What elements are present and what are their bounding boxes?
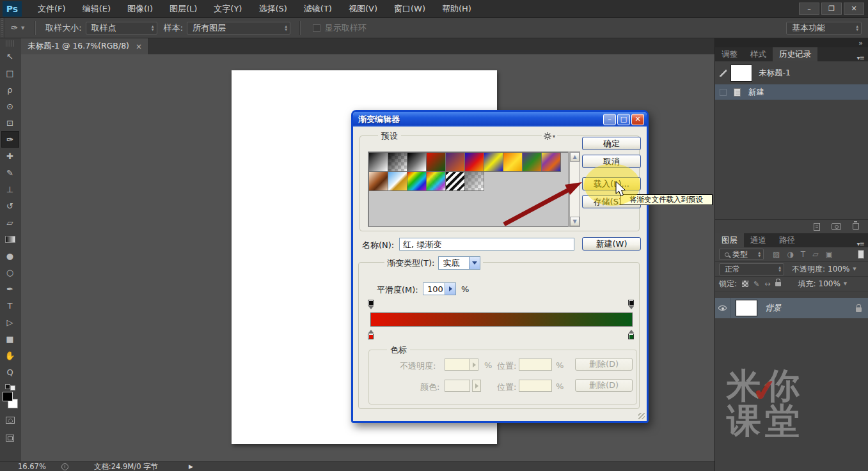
quick-selection-tool[interactable]: ⊙ (1, 98, 19, 114)
blur-tool[interactable]: ● (1, 247, 19, 264)
workspace-switcher[interactable]: 基本功能 (786, 22, 862, 35)
preset-swatch-4[interactable] (426, 152, 446, 172)
scroll-up-icon[interactable]: ▲ (570, 152, 580, 162)
preset-swatch-2[interactable] (388, 152, 407, 172)
history-brush-tool[interactable]: ↺ (1, 197, 19, 214)
eyedropper-tool[interactable]: ✑ (1, 131, 19, 148)
quick-mask-button[interactable] (3, 413, 18, 426)
eraser-tool[interactable]: ▱ (1, 214, 19, 231)
document-tab-close-icon[interactable]: × (136, 42, 142, 51)
fill-dropdown[interactable]: 100% ▼ (816, 278, 850, 290)
preset-swatch-3[interactable] (407, 152, 427, 172)
lasso-tool[interactable]: ρ (1, 81, 19, 98)
dialog-titlebar[interactable]: 渐变编辑器 – □ ✕ (353, 112, 647, 127)
path-selection-tool[interactable]: ▷ (1, 314, 19, 330)
zoom-tool[interactable]: Q (1, 364, 19, 380)
load-button[interactable]: 载入(L)... (582, 177, 641, 190)
preset-swatch-6[interactable] (464, 152, 484, 172)
scroll-down-icon[interactable]: ▼ (570, 217, 580, 226)
new-document-from-state-icon[interactable] (814, 223, 820, 231)
preset-swatch-13[interactable] (407, 171, 427, 191)
tab-history[interactable]: 历史记录 (773, 47, 817, 61)
menu-item[interactable]: 图层(L) (161, 0, 205, 17)
preset-swatch-11[interactable] (368, 171, 388, 191)
lock-position-icon[interactable]: ↔ (764, 280, 770, 288)
lock-image-pixels-icon[interactable]: ✎ (754, 280, 759, 288)
layer-filter-select[interactable]: 类型 (719, 249, 764, 260)
gradient-tool[interactable] (1, 231, 19, 247)
preset-swatch-9[interactable] (522, 152, 542, 172)
tab-layers[interactable]: 图层 (715, 233, 744, 247)
history-snapshot-row[interactable]: 未标题-1 (715, 61, 868, 84)
menu-item[interactable]: 文字(Y) (205, 0, 250, 17)
gradient-preview[interactable] (370, 313, 633, 327)
color-stop-start[interactable] (367, 329, 374, 339)
filter-adjustment-layers-icon[interactable]: ◑ (787, 250, 793, 259)
history-source-checkbox[interactable] (720, 89, 727, 96)
window-close-button[interactable]: ✕ (844, 3, 864, 15)
filter-type-layers-icon[interactable]: T (801, 250, 805, 259)
dialog-resize-grip[interactable] (638, 413, 645, 419)
filter-on-off-toggle[interactable] (858, 250, 864, 259)
blend-mode-select[interactable]: 正常 (719, 263, 784, 275)
lock-all-icon[interactable] (775, 282, 781, 286)
color-stop-end[interactable] (627, 329, 635, 339)
panel-menu-icon[interactable]: ▾≡ (857, 240, 864, 247)
filter-pixel-layers-icon[interactable]: ▨ (773, 250, 780, 259)
snapshot-thumbnail[interactable] (730, 65, 752, 82)
ok-button[interactable]: 确定 (582, 137, 641, 150)
cancel-button[interactable]: 取消 (582, 155, 641, 168)
preset-swatch-14[interactable] (426, 171, 446, 191)
layer-row-background[interactable]: 背景 (715, 298, 868, 318)
hand-tool[interactable]: ✋ (1, 347, 19, 364)
menu-item[interactable]: 文件(F) (29, 0, 74, 17)
menu-item[interactable]: 选择(S) (250, 0, 295, 17)
foreground-background-colors[interactable] (3, 392, 18, 408)
tab-paths[interactable]: 路径 (773, 233, 801, 247)
filter-shape-layers-icon[interactable]: ▱ (812, 250, 818, 259)
opacity-dropdown[interactable]: 100% ▼ (825, 263, 859, 275)
smoothness-spinner[interactable]: 100 (423, 282, 456, 295)
window-restore-button[interactable]: ❐ (821, 3, 842, 15)
new-snapshot-camera-icon[interactable] (832, 223, 841, 230)
gradient-name-input[interactable]: 红, 绿渐变 (399, 238, 574, 251)
dock-collapse-bar[interactable]: » (715, 38, 868, 47)
sample-size-select[interactable]: 取样点 (86, 22, 157, 35)
layer-thumbnail[interactable] (736, 300, 757, 316)
rectangle-tool[interactable]: ■ (1, 330, 19, 347)
preset-swatch-12[interactable] (388, 171, 407, 191)
history-state-row[interactable]: 新建 (715, 84, 868, 100)
dodge-tool[interactable]: ○ (1, 264, 19, 281)
screen-mode-button[interactable] (3, 431, 18, 444)
crop-tool[interactable]: ⊡ (1, 114, 19, 131)
sample-select[interactable]: 所有图层 (187, 22, 290, 35)
new-button[interactable]: 新建(W) (582, 237, 641, 251)
type-tool[interactable]: T (1, 297, 19, 314)
spot-healing-brush-tool[interactable]: ✚ (1, 148, 19, 164)
eyedropper-tool-preset[interactable]: ✑ ▼ (4, 23, 31, 33)
gradient-type-select[interactable]: 实底 (438, 256, 480, 270)
tab-adjustments[interactable]: 调整 (715, 47, 744, 61)
preset-swatch-5[interactable] (445, 152, 465, 172)
window-minimize-button[interactable]: – (799, 3, 819, 15)
collapse-panels-icon[interactable]: » (858, 39, 863, 47)
foreground-color-swatch[interactable] (3, 392, 13, 401)
opacity-stop-start[interactable] (367, 300, 374, 310)
layer-visibility-toggle[interactable] (715, 298, 730, 318)
clone-stamp-tool[interactable]: ⊥ (1, 181, 19, 197)
preset-swatch-15[interactable] (445, 171, 465, 191)
preset-swatch-8[interactable] (503, 152, 523, 172)
filter-smart-objects-icon[interactable]: ▣ (825, 250, 832, 259)
preset-scrollbar[interactable]: ▲ ▼ (569, 151, 580, 227)
dialog-close-button[interactable]: ✕ (631, 114, 644, 125)
swap-colors-icon[interactable] (5, 384, 15, 389)
menu-item[interactable]: 编辑(E) (74, 0, 119, 17)
menu-item[interactable]: 视图(V) (340, 0, 386, 17)
panel-menu-icon[interactable]: ▾≡ (857, 54, 864, 61)
zoom-level-field[interactable]: 16.67% (18, 462, 46, 471)
menu-item[interactable]: 帮助(H) (434, 0, 480, 17)
document-tab[interactable]: 未标题-1 @ 16.7%(RGB/8) × (21, 38, 149, 54)
preset-swatch-7[interactable] (484, 152, 503, 172)
presets-menu-button[interactable]: ▾ (542, 132, 557, 140)
dialog-minimize-button[interactable]: – (603, 114, 616, 125)
